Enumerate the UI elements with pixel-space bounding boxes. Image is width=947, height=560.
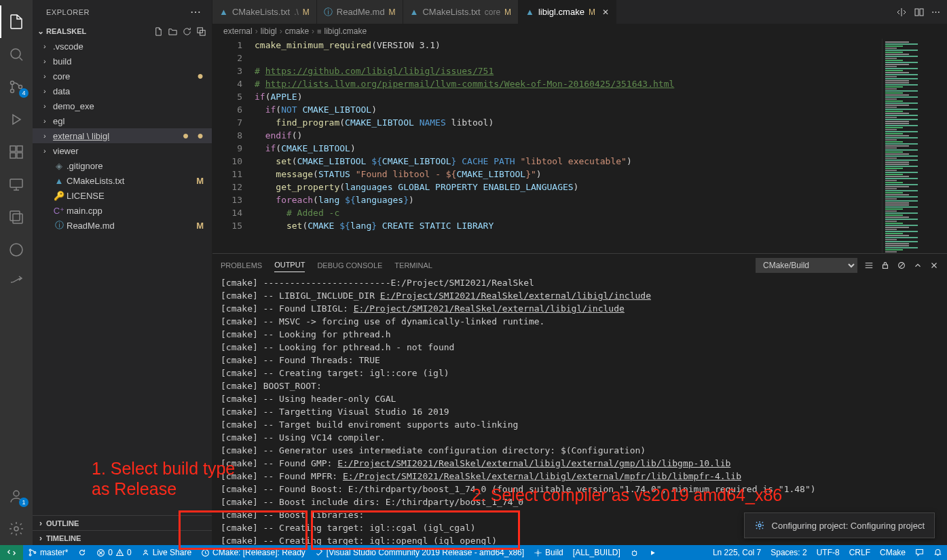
tree-folder[interactable]: ›build (33, 54, 212, 69)
status-problems[interactable]: 0 0 (92, 545, 136, 560)
breadcrumb-item[interactable]: cmake (285, 26, 309, 36)
status-encoding[interactable]: UTF-8 (812, 548, 844, 557)
status-branch[interactable]: master* (23, 545, 73, 560)
svg-rect-8 (10, 179, 22, 187)
status-kit[interactable]: [Visual Studio Community 2019 Release - … (310, 545, 529, 560)
remote-indicator[interactable] (0, 545, 23, 560)
editor-tab[interactable]: ⓘReadMe.mdM (317, 0, 403, 24)
status-build[interactable]: Build (529, 545, 568, 560)
svg-rect-10 (13, 214, 22, 223)
tree-folder[interactable]: ›demo_exe (33, 98, 212, 113)
status-line-col[interactable]: Ln 225, Col 7 (708, 548, 766, 557)
compare-icon[interactable] (896, 7, 907, 18)
status-sync[interactable] (73, 545, 92, 560)
new-folder-icon[interactable] (168, 26, 178, 37)
panel-tab-problems[interactable]: PROBLEMS (221, 259, 262, 272)
outline-section[interactable]: › OUTLINE (33, 515, 212, 530)
breadcrumbs[interactable]: external›libigl›cmake›≡libigl.cmake (212, 24, 947, 39)
status-spaces[interactable]: Spaces: 2 (766, 548, 811, 557)
item-label: data (53, 86, 212, 96)
item-label: viewer (53, 146, 212, 156)
breadcrumb-item[interactable]: libigl (261, 26, 277, 36)
tree-folder[interactable]: ›viewer (33, 143, 212, 158)
modified-indicator: M (196, 176, 212, 186)
activity-testing[interactable] (0, 201, 33, 234)
minimap[interactable] (882, 39, 947, 253)
item-label: build (53, 56, 212, 67)
activity-settings[interactable] (0, 512, 33, 545)
modified-dot: ● (197, 130, 212, 142)
clear-icon[interactable] (897, 261, 906, 270)
activity-forward[interactable] (0, 266, 33, 299)
editor-tab[interactable]: ▲CMakeLists.txt .\M (212, 0, 317, 24)
cmake-icon: ▲ (219, 7, 228, 17)
scm-badge: 4 (19, 88, 29, 98)
output-channel-select[interactable]: CMake/Build (756, 258, 857, 273)
modified-indicator: M (303, 7, 310, 17)
close-icon[interactable]: ✕ (602, 7, 609, 17)
modified-dot: ● (183, 130, 198, 142)
tree-folder[interactable]: ›data (33, 83, 212, 98)
activity-remote[interactable] (0, 168, 33, 201)
activity-source-control[interactable]: 4 (0, 71, 33, 103)
tree-file[interactable]: 🔑LICENSE (33, 188, 212, 203)
lock-icon[interactable] (880, 261, 890, 270)
status-cmake-variant[interactable]: CMake: [Release]: Ready (196, 545, 310, 560)
activity-account[interactable]: 1 (0, 480, 33, 512)
output-line: [cmake] -- Looking for pthread.h - not f… (221, 341, 939, 354)
modified-indicator: M (504, 7, 511, 17)
panel-tab-terminal[interactable]: TERMINAL (394, 259, 432, 272)
explorer-root[interactable]: ⌄ REALSKEL (33, 24, 212, 39)
status-eol[interactable]: CRLF (844, 548, 875, 557)
collapse-icon[interactable] (196, 26, 206, 37)
tree-file[interactable]: ⓘReadMe.mdM (33, 218, 212, 233)
tree-file[interactable]: ◈.gitignore (33, 158, 212, 173)
output-line: [cmake] BOOST_ROOT: (221, 379, 939, 392)
item-label: LICENSE (67, 191, 212, 201)
more-icon[interactable]: ⋯ (931, 7, 940, 17)
activity-search[interactable] (0, 38, 33, 71)
cmake-icon: ▲ (53, 176, 65, 186)
timeline-section[interactable]: › TIMELINE (33, 530, 212, 545)
tree-file[interactable]: C⁺main.cpp (33, 203, 212, 218)
tree-folder[interactable]: ›core● (33, 69, 212, 83)
tree-folder[interactable]: ›.vscode (33, 39, 212, 54)
breadcrumb-item[interactable]: libigl.cmake (324, 26, 367, 36)
tree-folder[interactable]: ›external \ libigl●● (33, 128, 212, 143)
status-feedback-icon[interactable] (910, 548, 929, 557)
sidebar-more-icon[interactable]: ⋯ (190, 5, 202, 18)
output-line: [cmake] -- Found Threads: TRUE (221, 354, 939, 367)
editor-tab[interactable]: ▲libigl.cmakeM✕ (519, 0, 616, 24)
status-bell-icon[interactable] (929, 548, 947, 557)
status-liveshare[interactable]: Live Share (136, 545, 196, 560)
activity-run-debug[interactable] (0, 103, 33, 136)
status-debug-icon[interactable] (625, 545, 644, 560)
tree-file[interactable]: ▲CMakeLists.txtM (33, 173, 212, 188)
panel-tab-debug-console[interactable]: DEBUG CONSOLE (317, 259, 382, 272)
breadcrumb-item[interactable]: external (223, 26, 253, 36)
new-file-icon[interactable] (153, 26, 164, 37)
status-build-target[interactable]: [ALL_BUILD] (568, 545, 625, 560)
activity-extensions[interactable] (0, 136, 33, 168)
split-icon[interactable] (914, 7, 925, 18)
editor-tabs: ▲CMakeLists.txt .\MⓘReadMe.mdM▲CMakeList… (212, 0, 947, 24)
activity-explorer[interactable] (0, 5, 33, 38)
svg-rect-5 (17, 146, 22, 151)
code-editor[interactable]: cmake_minimum_required(VERSION 3.1) # ht… (255, 39, 882, 253)
notification-toast[interactable]: Configuring project: Configuring project (744, 512, 935, 538)
status-launch-icon[interactable] (644, 545, 662, 560)
status-lang[interactable]: CMake (875, 548, 910, 557)
editor-tab[interactable]: ▲CMakeLists.txt coreM (403, 0, 519, 24)
output-line: [cmake] -- Found GMP: E:/Project/SMI2021… (221, 457, 939, 470)
tab-label: libigl.cmake (538, 7, 584, 17)
close-panel-icon[interactable] (929, 261, 939, 270)
panel-tab-output[interactable]: OUTPUT (274, 258, 305, 272)
refresh-icon[interactable] (182, 26, 192, 37)
tree-folder[interactable]: ›egl (33, 113, 212, 128)
activity-github[interactable] (0, 234, 33, 266)
item-label: demo_exe (53, 101, 212, 111)
svg-point-2 (11, 90, 14, 93)
output-content[interactable]: [cmake] ------------------------E:/Proje… (212, 276, 947, 545)
list-icon[interactable] (864, 261, 874, 270)
maximize-icon[interactable] (913, 261, 923, 270)
